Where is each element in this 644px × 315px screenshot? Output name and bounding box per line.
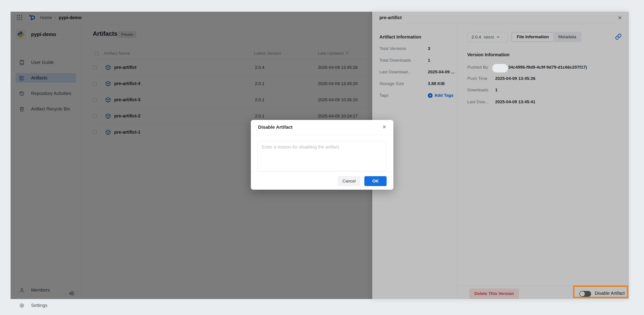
disable-artifact-modal: Disable Artifact ✕ Cancel OK [251, 120, 394, 190]
sidebar-item-settings[interactable]: Settings [16, 301, 76, 310]
disable-reason-textarea[interactable] [257, 141, 387, 171]
app-window: Home › pypi-demo pypi-demo User Guide [10, 12, 629, 299]
modal-title: Disable Artifact [258, 124, 292, 130]
cancel-button[interactable]: Cancel [338, 176, 360, 186]
gear-icon [19, 303, 24, 308]
highlight-box-annotation [573, 286, 628, 298]
ok-button[interactable]: OK [364, 176, 387, 186]
modal-footer-divider [251, 172, 394, 172]
screen-canvas: Home › pypi-demo pypi-demo User Guide [0, 0, 644, 315]
redaction-pill [492, 64, 508, 72]
close-icon[interactable]: ✕ [381, 123, 388, 131]
sidebar-item-label: Settings [31, 303, 47, 308]
